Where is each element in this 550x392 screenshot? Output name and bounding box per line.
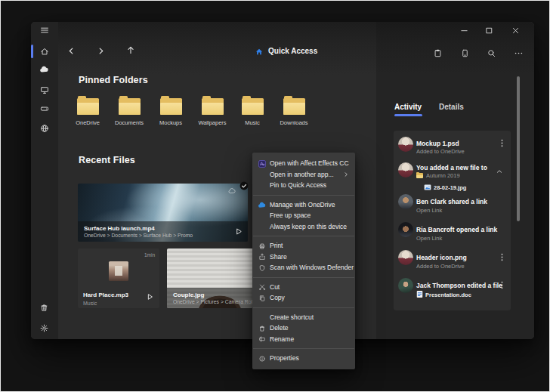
folder-icon bbox=[283, 98, 305, 115]
folder-icon bbox=[416, 173, 423, 178]
item-options-button[interactable] bbox=[499, 281, 505, 289]
context-menu: Open with Affect Effects CC Open in anot… bbox=[252, 153, 355, 369]
paste-icon bbox=[433, 48, 443, 58]
folder-label: Downloads bbox=[273, 119, 314, 126]
quick-access-home-icon bbox=[255, 47, 264, 56]
play-icon[interactable] bbox=[233, 227, 243, 236]
menu-item-open-in-another-app[interactable]: Open in another app... bbox=[252, 169, 355, 181]
submenu-chevron-icon bbox=[343, 171, 349, 177]
panel-scrollbar[interactable] bbox=[517, 76, 520, 221]
item-options-button[interactable] bbox=[499, 253, 505, 261]
sidebar-item-recycle-bin[interactable] bbox=[39, 302, 50, 313]
tab-activity[interactable]: Activity bbox=[394, 103, 422, 111]
up-button[interactable] bbox=[125, 44, 136, 55]
desktop-background: Quick Access Pinned Folders OneDrive D bbox=[0, 0, 550, 392]
paste-button[interactable] bbox=[432, 48, 443, 58]
close-button[interactable] bbox=[510, 25, 521, 35]
forward-button[interactable] bbox=[95, 45, 106, 56]
file-card-hard-place-audio[interactable]: 1min Hard Place.mp3 Music bbox=[78, 248, 159, 308]
menu-item-pin-to-quick-access[interactable]: Pin to Quick Access bbox=[252, 180, 355, 191]
more-icon bbox=[514, 48, 524, 58]
menu-item-always-keep-on-device[interactable]: Always keep on this device bbox=[252, 221, 355, 233]
pinned-folder-onedrive[interactable]: OneDrive bbox=[67, 98, 108, 134]
activity-open-link[interactable]: Open Link bbox=[416, 235, 442, 242]
folder-icon bbox=[202, 98, 224, 115]
sidebar-item-onedrive[interactable] bbox=[39, 64, 50, 76]
file-location: Music bbox=[83, 301, 97, 306]
recent-files-heading: Recent Files bbox=[79, 155, 135, 165]
menu-item-manage-with-onedrive[interactable]: Manage with OneDrive bbox=[252, 199, 355, 211]
properties-icon bbox=[258, 354, 266, 363]
back-button[interactable] bbox=[66, 45, 76, 56]
sidebar-item-settings[interactable] bbox=[39, 323, 50, 334]
menu-item-label: Share bbox=[270, 253, 287, 261]
folder-label: OneDrive bbox=[67, 119, 108, 126]
recycle-bin-icon bbox=[39, 303, 49, 313]
menu-item-copy[interactable]: Copy bbox=[252, 292, 355, 304]
minimize-icon bbox=[459, 26, 469, 35]
play-icon[interactable] bbox=[145, 292, 154, 301]
location-breadcrumb[interactable]: Quick Access bbox=[255, 45, 317, 57]
pinned-folder-downloads[interactable]: Downloads bbox=[273, 98, 314, 134]
maximize-button[interactable] bbox=[484, 25, 494, 35]
collapse-button[interactable] bbox=[496, 168, 503, 175]
menu-item-label: Create shortcut bbox=[270, 313, 314, 321]
activity-title: Mockup 1.psd bbox=[416, 140, 459, 147]
search-icon bbox=[487, 48, 496, 58]
activity-file-name[interactable]: Presentation.doc bbox=[425, 292, 471, 298]
menu-item-label: Always keep on this device bbox=[270, 223, 347, 230]
hamburger-menu-button[interactable] bbox=[39, 24, 50, 35]
menu-item-label: Cut bbox=[270, 283, 280, 291]
menu-item-share[interactable]: Share bbox=[252, 252, 355, 263]
sidebar-item-network[interactable] bbox=[39, 122, 50, 134]
sidebar-active-indicator bbox=[31, 45, 33, 58]
onedrive-icon bbox=[258, 201, 266, 209]
activity-file-name[interactable]: 28-02-19.jpg bbox=[434, 184, 466, 191]
close-icon bbox=[511, 26, 521, 35]
menu-item-rename[interactable]: Rename bbox=[252, 334, 355, 345]
pinned-folder-music[interactable]: Music bbox=[232, 98, 273, 134]
menu-item-label: Manage with OneDrive bbox=[270, 201, 335, 208]
menu-item-create-shortcut[interactable]: Create shortcut bbox=[252, 312, 355, 323]
device-mode-button[interactable] bbox=[459, 48, 470, 58]
tab-details[interactable]: Details bbox=[439, 103, 464, 111]
pinned-folder-documents[interactable]: Documents bbox=[109, 98, 150, 134]
more-button[interactable] bbox=[513, 48, 524, 58]
location-title: Quick Access bbox=[268, 47, 317, 55]
pinned-folder-wallpapers[interactable]: Wallpapers bbox=[192, 98, 233, 134]
sidebar-item-drive[interactable] bbox=[39, 103, 50, 114]
search-button[interactable] bbox=[486, 48, 496, 58]
menu-item-open-with[interactable]: Open with Affect Effects CC bbox=[252, 158, 355, 169]
selected-check-icon[interactable] bbox=[239, 181, 249, 190]
rename-icon bbox=[258, 335, 266, 344]
folder-label: Documents bbox=[109, 119, 150, 126]
sidebar-item-this-pc[interactable] bbox=[39, 84, 50, 95]
home-icon bbox=[39, 46, 50, 57]
sidebar-item-home[interactable] bbox=[39, 45, 50, 57]
avatar bbox=[398, 222, 413, 237]
minimize-button[interactable] bbox=[459, 25, 469, 35]
activity-folder-name: Autumn 2019 bbox=[426, 172, 460, 179]
folder-icon bbox=[242, 98, 264, 115]
pinned-folder-mockups[interactable]: Mockups bbox=[150, 98, 191, 134]
activity-open-link[interactable]: Open Link bbox=[416, 207, 442, 214]
menu-item-label: Open in another app... bbox=[270, 171, 334, 178]
menu-item-delete[interactable]: Delete bbox=[252, 323, 355, 334]
item-options-button[interactable] bbox=[499, 139, 505, 147]
menu-item-print[interactable]: Print bbox=[252, 240, 355, 252]
avatar bbox=[398, 162, 413, 177]
menu-item-free-up-space[interactable]: Free up space bbox=[252, 210, 355, 221]
album-art-thumbnail bbox=[109, 261, 128, 281]
activity-subtitle: Added to OneDrive bbox=[416, 148, 465, 155]
share-icon bbox=[258, 253, 266, 261]
menu-item-scan-with-defender[interactable]: Scan with Windows Defender bbox=[252, 262, 355, 273]
menu-item-cut[interactable]: Cut bbox=[252, 282, 355, 293]
menu-item-label: Scan with Windows Defender bbox=[270, 264, 354, 271]
menu-item-properties[interactable]: Properties bbox=[252, 353, 355, 364]
settings-icon bbox=[39, 323, 49, 333]
drive-icon bbox=[39, 103, 50, 114]
avatar bbox=[398, 250, 413, 265]
menu-item-label: Pin to Quick Access bbox=[270, 181, 326, 189]
video-thumbnail: Surface Hub launch.mp4 OneDrive > Docume… bbox=[78, 184, 248, 242]
file-card-surface-hub-video[interactable]: Surface Hub launch.mp4 OneDrive > Docume… bbox=[78, 184, 248, 242]
